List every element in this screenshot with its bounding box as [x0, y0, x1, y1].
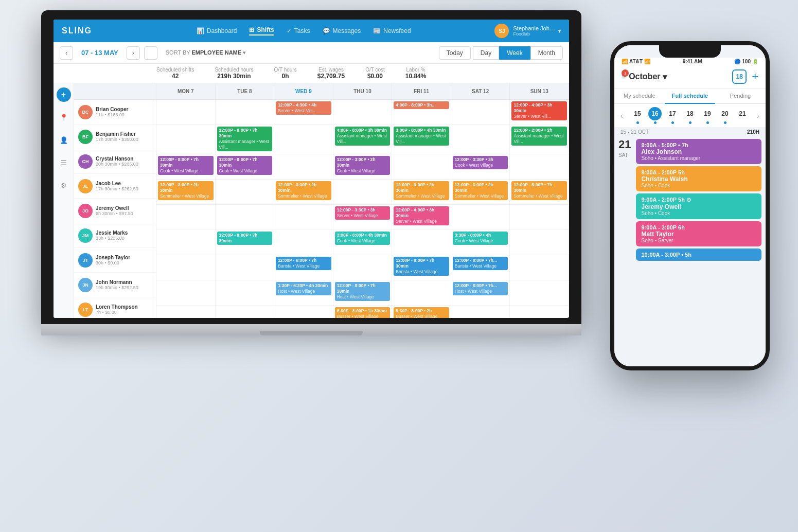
shift-block[interactable]: 4:00P - 8:00P • 3h 30minAssistant manage… — [335, 127, 391, 146]
filter-icon[interactable]: 👤 — [57, 133, 71, 147]
menu-icon[interactable]: ≡ 1 — [622, 73, 626, 81]
phone-shifts-list: 9:00A - 5:00P • 7h Alex Johnson Soho • A… — [636, 139, 761, 261]
phone-shift-item[interactable]: 9:00A - 2:00P 5h ⊙ Jeremy Owell Soho • C… — [636, 193, 761, 219]
phone-date-header: 21 SAT 9:00A - 5:00P • 7h Alex Johnson S… — [618, 139, 761, 261]
shift-block[interactable]: 12:00P - 8:00P • 7h 30minCook • West Vil… — [217, 156, 273, 175]
employee-row[interactable]: JT Joseph Taylor 30h • $0.00 — [74, 248, 156, 273]
tab-my-schedule[interactable]: My schedule — [614, 88, 665, 103]
employee-name: Jessie Marks — [96, 230, 152, 236]
shift-block[interactable]: 12:00P - 8:00P • 7h 30minBarista • West … — [394, 257, 449, 276]
tab-pending[interactable]: Pending — [715, 88, 766, 103]
add-shift-button[interactable]: + — [57, 87, 71, 102]
shift-block[interactable]: 12:00P - 3:00P • 2h 30minSommelier • Wes… — [158, 181, 214, 200]
shift-block[interactable]: 12:00P - 2:00P • 2hAssistant manager • W… — [511, 127, 567, 146]
nav-tasks[interactable]: ✓ Tasks — [287, 26, 310, 36]
shift-block[interactable]: 12:00P - 8:00P • 7h...Host • West Villag… — [453, 282, 508, 295]
shift-time: 12:00P - 8:00P • 7h... — [455, 283, 506, 289]
prev-week-nav[interactable]: ‹ — [618, 112, 625, 120]
phone-shift-role: Soho • Server — [641, 238, 756, 243]
shift-block[interactable]: 12:00P - 8:00P • 7h...Barista • West Vil… — [453, 257, 508, 270]
employee-row[interactable]: CH Crystal Hanson 20h 30min • $205.00 — [74, 149, 156, 174]
user-profile[interactable]: SJ Stephanie Joh... Foodlab ▾ — [494, 24, 561, 38]
month-selector[interactable]: October ▾ — [629, 72, 666, 82]
view-toggle[interactable] — [144, 46, 157, 60]
schedule-cell — [451, 205, 510, 229]
week-day[interactable]: 21 — [735, 107, 750, 124]
shift-block[interactable]: 3:00P - 8:00P • 4h 30minAssistant manage… — [394, 127, 449, 146]
week-dot — [706, 121, 709, 124]
phone-time: 9:41 AM — [683, 59, 702, 64]
next-week-button[interactable]: › — [127, 46, 140, 60]
phone-shift-item[interactable]: 9:00A - 2:00P 5h Christina Walsh Soho • … — [636, 166, 761, 191]
week-view-button[interactable]: Week — [499, 46, 530, 60]
schedule-cell — [333, 180, 393, 204]
shift-block[interactable]: 3:30P - 8:00P • 4hCook • West Village — [453, 232, 508, 245]
nav-shifts[interactable]: ⊞ Shifts — [249, 26, 274, 36]
employee-row[interactable]: BF Benjamin Fisher 17h 30min • $350.00 — [74, 125, 156, 149]
shift-role: Cook • West Village — [219, 168, 271, 174]
shift-block[interactable]: 1:30P - 6:30P • 4h 30minHost • West Vill… — [276, 282, 331, 295]
employee-row[interactable]: LT Loren Thompson 7h • $0.00 — [74, 297, 156, 318]
day-view-button[interactable]: Day — [473, 46, 499, 60]
today-button[interactable]: Today — [439, 46, 471, 60]
shift-block[interactable]: 12:00P - 3:30P • 3hServer • West Village — [335, 206, 391, 220]
shifts-icon: ⊞ — [249, 26, 254, 33]
calendar-icon[interactable]: 18 — [732, 69, 747, 84]
shift-block[interactable]: 12:00P - 8:00P • 7h 30minAssistant manag… — [217, 127, 273, 151]
phone-shift-item[interactable]: 10:00A - 3:00P • 5h — [636, 249, 761, 261]
shift-block[interactable]: 3:00P - 8:00P • 4h 30minCook • West Vill… — [335, 232, 391, 245]
month-label: October — [629, 72, 660, 81]
shift-block[interactable]: 6:00P - 8:00P • 1h 30minBusser • West Vi… — [335, 307, 391, 318]
shift-block[interactable]: 12:00P - 4:30P • 4hServer • West Vill... — [276, 101, 331, 115]
shift-block[interactable]: 12:00P - 3:00P • 2h 30minSommelier • Wes… — [394, 181, 449, 200]
shift-block[interactable]: 12:00P - 3:30P • 3hCook • West Village — [453, 156, 508, 169]
phone-shift-item[interactable]: 9:00A - 5:00P • 7h Alex Johnson Soho • A… — [636, 139, 761, 164]
nav-dashboard[interactable]: 📊 Dashboard — [197, 26, 237, 36]
prev-week-button[interactable]: ‹ — [60, 46, 73, 60]
phone-week-row: ‹ 15 16 17 18 19 20 21 › — [614, 104, 766, 127]
month-view-button[interactable]: Month — [530, 46, 563, 60]
settings-icon[interactable]: ⚙ — [57, 178, 71, 192]
shift-block[interactable]: 5:30P - 8:00P • 2hBusser • West Village — [394, 307, 449, 318]
employee-row[interactable]: BC Brian Cooper 11h • $165.00 — [74, 100, 156, 125]
shift-time: 12:00P - 3:00P • 2h 30min — [278, 182, 329, 193]
week-day[interactable]: 15 — [630, 107, 645, 124]
week-day[interactable]: 17 — [665, 107, 680, 124]
shift-block[interactable]: 12:00P - 8:00P • 7h 30min — [217, 232, 273, 245]
shift-block[interactable]: 12:00P - 3:00P • 2h 30minSommelier • Wes… — [453, 181, 508, 200]
shift-time: 12:00P - 8:00P • 7h 30min — [219, 233, 271, 244]
week-day[interactable]: 18 — [682, 107, 698, 124]
shift-block[interactable]: 4:00P - 8:00P • 3h... — [394, 101, 449, 109]
shift-time: 12:00P - 8:00P • 7h 30min — [396, 258, 447, 269]
employee-row[interactable]: JL Jacob Lee 17h 30min • $262.50 — [74, 174, 156, 199]
nav-messages[interactable]: 💬 Messages — [323, 26, 361, 36]
shift-block[interactable]: 12:00P - 3:00P • 2h 30minSommelier • Wes… — [276, 181, 331, 200]
location-icon[interactable]: 📍 — [57, 110, 71, 125]
schedule-row: 1:30P - 6:30P • 4h 30minHost • West Vill… — [156, 280, 569, 306]
add-event-icon[interactable]: + — [752, 70, 758, 83]
shift-block[interactable]: 12:00P - 8:00P • 7h 30minCook • West Vil… — [158, 156, 214, 175]
week-day[interactable]: 20 — [717, 107, 733, 124]
week-day[interactable]: 19 — [700, 107, 715, 124]
employee-info: Benjamin Fisher 17h 30min • $350.00 — [96, 131, 152, 142]
day-header-thu10: THU 10 — [333, 83, 393, 99]
shift-block[interactable]: 12:00P - 8:00P • 7h 30minHost • West Vil… — [335, 282, 391, 301]
phone-shift-item[interactable]: 9:00A - 3:00P 6h Matt Taylor Soho • Serv… — [636, 221, 761, 246]
employee-row[interactable]: JN John Normann 19h 30min • $292.50 — [74, 273, 156, 297]
shift-block[interactable]: 12:00P - 4:00P • 3h 30minServer • West V… — [511, 101, 567, 120]
employee-row[interactable]: JM Jessie Marks 33h • $235.00 — [74, 223, 156, 248]
shift-block[interactable]: 12:00P - 6:00P • 7hBarista • West Villag… — [276, 257, 331, 270]
week-day[interactable]: 16 — [647, 107, 663, 124]
nav-newsfeed[interactable]: 📰 Newsfeed — [373, 26, 411, 36]
shift-block[interactable]: 12:00P - 8:00P • 7h 30minSommelier • Wes… — [511, 181, 567, 200]
next-week-nav[interactable]: › — [755, 112, 761, 120]
schedule-cell: 1:30P - 6:30P • 4h 30minHost • West Vill… — [274, 280, 333, 305]
employee-row[interactable]: JO Jeremy Owell 6h 30min • $97.50 — [74, 199, 156, 223]
shift-role: Server • West Vill... — [278, 108, 329, 114]
list-icon[interactable]: ☰ — [57, 155, 71, 170]
tab-full-schedule[interactable]: Full schedule — [665, 88, 715, 104]
shift-block[interactable]: 12:00P - 4:00P • 3h 30minServer • West V… — [394, 206, 449, 225]
phone-notch — [659, 45, 721, 58]
employee-column-header — [74, 83, 156, 100]
shift-block[interactable]: 12:00P - 3:00P • 2h 30minCook • West Vil… — [335, 156, 391, 175]
